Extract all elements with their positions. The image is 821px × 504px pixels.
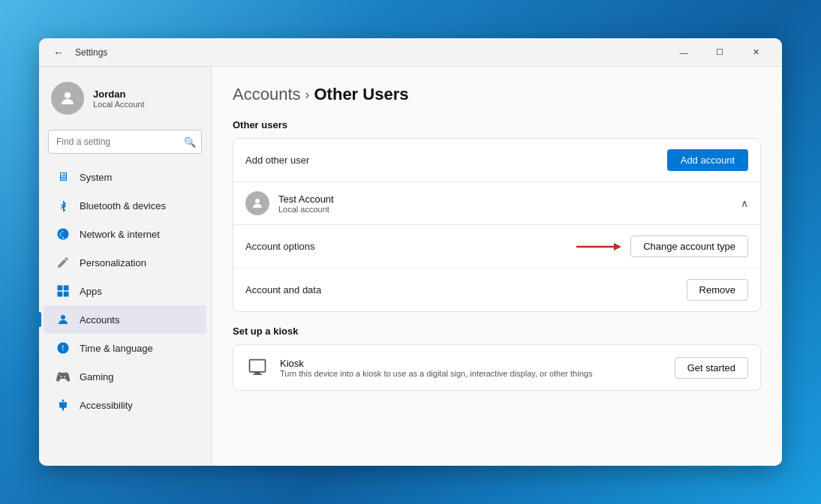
sidebar-item-label: Gaming [80, 371, 114, 382]
sidebar-item-label: Personalization [80, 257, 146, 268]
sidebar-item-apps[interactable]: Apps [44, 277, 206, 305]
other-users-title: Other users [233, 119, 761, 130]
test-account-body: Account options Change account type [233, 225, 760, 311]
system-icon: 🖥 [56, 170, 71, 184]
maximize-button[interactable]: ☐ [702, 40, 737, 64]
remove-button[interactable]: Remove [687, 279, 748, 301]
svg-marker-9 [614, 243, 621, 250]
chevron-up-icon: ∧ [741, 197, 748, 209]
svg-rect-2 [64, 286, 69, 291]
breadcrumb-separator: › [305, 87, 310, 103]
gaming-icon: 🎮 [56, 369, 71, 384]
get-started-button[interactable]: Get started [675, 357, 748, 379]
sidebar-item-network[interactable]: Network & internet [44, 220, 206, 248]
window-body: Jordan Local Account 🔍 🖥 System Bluetoot… [39, 67, 782, 466]
user-info: Jordan Local Account [93, 88, 145, 109]
search-input[interactable] [48, 130, 202, 154]
test-account-info: Test Account Local account [278, 194, 732, 214]
main-content: Accounts › Other Users Other users Add o… [212, 67, 782, 466]
svg-rect-12 [253, 374, 262, 375]
personalization-icon [56, 255, 71, 270]
sidebar-item-label: Accounts [80, 314, 119, 326]
sidebar-item-label: System [80, 172, 112, 183]
breadcrumb-parent: Accounts [233, 85, 301, 104]
svg-point-5 [61, 315, 65, 320]
test-account-type: Local account [278, 205, 732, 214]
svg-point-0 [65, 92, 71, 98]
account-data-label: Account and data [245, 284, 687, 296]
svg-rect-11 [255, 372, 260, 374]
network-icon [56, 226, 71, 242]
accounts-icon [56, 312, 71, 327]
svg-point-7 [255, 199, 260, 203]
arrow-icon [576, 239, 621, 254]
kiosk-icon [245, 356, 269, 380]
user-type: Local Account [93, 100, 145, 109]
apps-icon [56, 284, 71, 298]
sidebar-item-accounts[interactable]: Accounts [44, 305, 206, 334]
svg-rect-3 [58, 292, 63, 297]
kiosk-info: Kiosk Turn this device into a kiosk to u… [280, 358, 664, 378]
sidebar: Jordan Local Account 🔍 🖥 System Bluetoot… [39, 67, 212, 466]
account-options-row: Account options Change account type [233, 225, 760, 268]
minimize-button[interactable]: — [666, 40, 701, 64]
sidebar-item-accessibility[interactable]: Accessibility [44, 391, 206, 419]
titlebar: ← Settings — ☐ ✕ [39, 38, 782, 67]
sidebar-item-label: Time & language [80, 343, 153, 354]
kiosk-description: Turn this device into a kiosk to use as … [280, 369, 664, 378]
sidebar-item-bluetooth[interactable]: Bluetooth & devices [44, 191, 206, 220]
sidebar-item-time[interactable]: Time & language [44, 334, 206, 362]
back-button[interactable]: ← [48, 42, 69, 63]
sidebar-item-system[interactable]: 🖥 System [44, 163, 206, 191]
svg-point-6 [62, 400, 65, 402]
breadcrumb-current: Other Users [314, 85, 409, 104]
svg-rect-10 [250, 360, 266, 372]
kiosk-card: Kiosk Turn this device into a kiosk to u… [233, 344, 761, 391]
user-name: Jordan [93, 88, 145, 100]
breadcrumb: Accounts › Other Users [233, 85, 761, 104]
close-button[interactable]: ✕ [738, 40, 773, 64]
add-user-label: Add other user [245, 154, 658, 166]
user-profile: Jordan Local Account [39, 76, 211, 127]
sidebar-item-personalization[interactable]: Personalization [44, 248, 206, 277]
account-options-label: Account options [245, 241, 576, 252]
add-user-row: Add other user Add account [233, 139, 760, 182]
sidebar-item-gaming[interactable]: 🎮 Gaming [44, 362, 206, 391]
search-icon: 🔍 [184, 136, 196, 148]
sidebar-item-label: Accessibility [80, 400, 133, 411]
window-title: Settings [75, 47, 666, 58]
change-account-type-button[interactable]: Change account type [630, 236, 748, 257]
kiosk-section-title: Set up a kiosk [233, 326, 761, 337]
kiosk-row: Kiosk Turn this device into a kiosk to u… [233, 345, 760, 390]
svg-rect-1 [58, 286, 63, 291]
svg-rect-4 [64, 292, 69, 297]
add-account-button[interactable]: Add account [667, 149, 748, 171]
sidebar-item-label: Bluetooth & devices [80, 200, 166, 212]
time-icon [56, 340, 71, 356]
test-account-header[interactable]: Test Account Local account ∧ [233, 182, 760, 225]
accessibility-icon [56, 398, 71, 412]
kiosk-name: Kiosk [280, 358, 664, 369]
sidebar-item-label: Apps [80, 286, 102, 297]
account-data-row: Account and data Remove [233, 268, 760, 311]
bluetooth-icon [56, 198, 71, 213]
avatar [51, 82, 84, 115]
settings-window: ← Settings — ☐ ✕ Jordan Local Account 🔍 [39, 38, 782, 466]
other-users-card: Add other user Add account Test Account … [233, 138, 761, 312]
test-account-avatar [245, 191, 269, 215]
sidebar-item-label: Network & internet [80, 229, 160, 240]
window-controls: — ☐ ✕ [666, 40, 773, 64]
test-account-name: Test Account [278, 194, 732, 205]
search-box: 🔍 [48, 130, 202, 154]
